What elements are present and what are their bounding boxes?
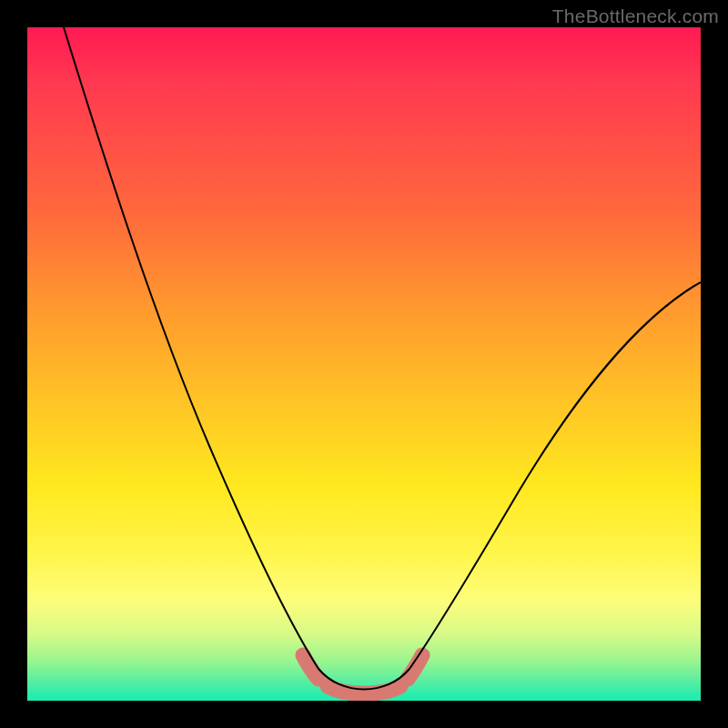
plot-area	[27, 27, 701, 701]
watermark-text: TheBottleneck.com	[552, 5, 719, 27]
bottleneck-curve	[64, 27, 701, 690]
chart-frame: TheBottleneck.com	[0, 0, 728, 728]
curve-layer	[27, 27, 701, 701]
highlight-seg-left	[303, 655, 318, 679]
